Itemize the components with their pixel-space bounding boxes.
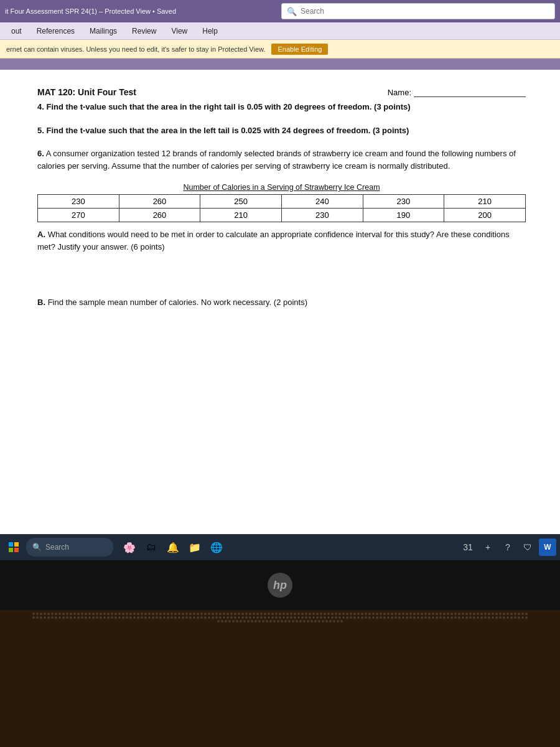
decorative-dot xyxy=(256,616,259,619)
tab-references[interactable]: References xyxy=(30,24,81,38)
tab-review[interactable]: Review xyxy=(126,24,162,38)
decorative-dot xyxy=(58,616,61,619)
decorative-dot xyxy=(477,616,479,619)
decorative-dot xyxy=(514,616,516,619)
decorative-dot xyxy=(182,616,184,619)
decorative-dot xyxy=(225,620,227,622)
tab-layout[interactable]: out xyxy=(5,24,28,38)
decorative-dot xyxy=(510,616,513,619)
decorative-dot xyxy=(118,616,121,619)
decorative-dot xyxy=(391,613,393,615)
decorative-dot xyxy=(462,613,464,615)
calorie-table: 230 260 250 240 230 210 270 260 210 230 … xyxy=(37,194,526,222)
decorative-dot xyxy=(232,620,235,622)
decorative-dot xyxy=(447,613,449,615)
q6-text: A consumer organization tested 12 brands… xyxy=(37,149,516,171)
decorative-dot xyxy=(269,620,272,622)
question-6: 6. A consumer organization tested 12 bra… xyxy=(37,148,526,172)
decorative-dot xyxy=(480,613,483,615)
decorative-dot xyxy=(398,613,401,615)
name-label: Name: xyxy=(388,88,411,97)
decorative-dot xyxy=(107,613,110,615)
search-box[interactable]: 🔍 xyxy=(281,3,555,19)
taskbar-icon-5[interactable]: 🌐 xyxy=(207,537,226,557)
decorative-dot xyxy=(189,616,192,619)
svg-rect-0 xyxy=(9,542,13,547)
decorative-dot xyxy=(178,616,180,619)
decorative-dot xyxy=(32,616,35,619)
decorative-dot xyxy=(230,613,233,615)
decorative-dot xyxy=(387,616,390,619)
decorative-dot xyxy=(217,620,220,622)
decorative-dot xyxy=(234,616,236,619)
decorative-dot xyxy=(424,613,427,615)
decorative-dot xyxy=(111,613,113,615)
taskbar-icon-2[interactable]: 🗂 xyxy=(141,537,161,557)
taskbar-icon-3[interactable]: 🔔 xyxy=(163,537,183,557)
decorative-dot xyxy=(439,616,442,619)
cell-r1c4: 240 xyxy=(281,195,363,209)
decorative-dot xyxy=(249,616,251,619)
decorative-dot xyxy=(443,613,446,615)
start-button[interactable] xyxy=(4,537,24,557)
decorative-dot xyxy=(152,613,154,615)
taskbar-app-icons: 🌸 🗂 🔔 📁 🌐 xyxy=(119,537,226,557)
decorative-dot xyxy=(66,613,68,615)
table-row: 230 260 250 240 230 210 xyxy=(38,195,526,209)
q5-text: Find the t-value such that the area in t… xyxy=(46,126,409,135)
cell-r1c6: 210 xyxy=(444,195,526,209)
decorative-dot xyxy=(230,616,233,619)
decorative-dot xyxy=(380,616,382,619)
decorative-dot xyxy=(357,616,360,619)
decorative-dot xyxy=(514,613,516,615)
decorative-dot xyxy=(318,620,320,622)
decorative-dot xyxy=(282,616,285,619)
taskbar-icon-1[interactable]: 🌸 xyxy=(119,537,139,557)
decorative-dot xyxy=(316,616,319,619)
decorative-dot xyxy=(253,616,255,619)
decorative-dot xyxy=(428,616,431,619)
decorative-dot xyxy=(77,616,80,619)
decorative-dot xyxy=(465,613,468,615)
decorative-dot xyxy=(394,613,397,615)
system-tray: 31 + ? 🛡 W xyxy=(459,538,556,556)
decorative-dot xyxy=(413,616,416,619)
tab-view[interactable]: View xyxy=(165,24,194,38)
enable-editing-button[interactable]: Enable Editing xyxy=(271,44,328,55)
decorative-dot xyxy=(294,613,296,615)
decorative-dot xyxy=(365,616,367,619)
decorative-dot xyxy=(469,613,472,615)
taskbar-search-box[interactable]: 🔍 Search xyxy=(26,538,113,557)
decorative-dot xyxy=(417,616,419,619)
sub-q-a-letter: A. xyxy=(37,230,45,239)
decorative-dot xyxy=(436,616,438,619)
search-input[interactable] xyxy=(301,7,549,16)
decorative-dot xyxy=(484,616,487,619)
decorative-dot xyxy=(492,613,494,615)
decorative-dot xyxy=(380,613,382,615)
svg-rect-1 xyxy=(14,542,19,547)
tab-help[interactable]: Help xyxy=(196,24,224,38)
decorative-dot xyxy=(107,616,110,619)
tray-add: + xyxy=(479,538,497,556)
decorative-dot xyxy=(228,620,231,622)
decorative-dot xyxy=(44,616,46,619)
tray-shield: 🛡 xyxy=(519,538,536,556)
decorative-dot xyxy=(297,616,300,619)
decorative-dot xyxy=(314,620,317,622)
decorative-dot xyxy=(137,613,139,615)
decorative-dot xyxy=(458,613,460,615)
decorative-dot xyxy=(174,613,177,615)
tab-mailings[interactable]: Mailings xyxy=(83,24,123,38)
decorative-dot xyxy=(503,613,505,615)
decorative-dot xyxy=(253,613,255,615)
decorative-dot xyxy=(439,613,442,615)
decorative-dot xyxy=(100,616,102,619)
document-area: MAT 120: Unit Four Test Name: 4. Find th… xyxy=(0,70,560,534)
decorative-dot xyxy=(204,613,207,615)
decorative-dot xyxy=(394,616,397,619)
decorative-dot xyxy=(432,613,434,615)
decorative-dot xyxy=(284,620,287,622)
taskbar-icon-4[interactable]: 📁 xyxy=(185,537,205,557)
decorative-dot xyxy=(424,616,427,619)
